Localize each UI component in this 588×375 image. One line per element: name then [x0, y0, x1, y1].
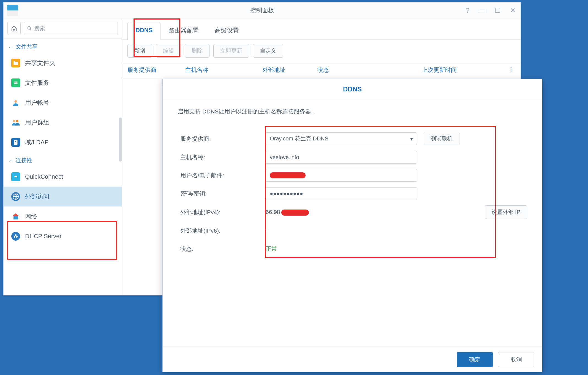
nav-label: 用户群组	[25, 118, 49, 127]
svg-point-12	[15, 234, 17, 236]
test-connection-button[interactable]: 测试联机	[424, 132, 459, 145]
dialog-title: DDNS	[163, 79, 542, 99]
sidebar-item-quickconnect[interactable]: QuickConnect	[4, 167, 122, 187]
scrollbar-thumb[interactable]	[119, 118, 122, 162]
sidebar-item-user[interactable]: 用户帐号	[4, 93, 122, 113]
search-input[interactable]	[34, 25, 115, 32]
sidebar: ︿ 文件共享 共享文件夹 文件服务 用户帐号	[4, 18, 122, 295]
hostname-input[interactable]	[266, 151, 417, 164]
password-input[interactable]	[266, 187, 417, 200]
nav-label: 域/LDAP	[25, 138, 49, 146]
col-external-addr[interactable]: 外部地址	[262, 66, 317, 74]
svg-point-0	[28, 26, 31, 29]
username-input[interactable]	[266, 169, 417, 182]
provider-value: Oray.com 花生壳 DDNS	[270, 135, 328, 142]
label-username: 用户名/电子邮件:	[178, 172, 266, 179]
nav-label: QuickConnect	[25, 173, 63, 180]
svg-point-10	[14, 236, 15, 238]
chevron-up-icon: ︿	[9, 158, 13, 163]
status-value: 正常	[266, 245, 417, 253]
sidebar-item-domain[interactable]: 域/LDAP	[4, 132, 122, 152]
label-password: 密码/密钥:	[178, 190, 266, 197]
domain-icon	[11, 138, 20, 147]
quickconnect-icon	[11, 172, 20, 181]
group-icon	[11, 118, 20, 127]
col-hostname[interactable]: 主机名称	[185, 66, 262, 74]
row-username: 用户名/电子邮件:	[178, 169, 527, 182]
ddns-dialog: DDNS 启用支持 DDNS让用户以注册的主机名称连接服务器。 服务提供商: O…	[162, 79, 542, 372]
dialog-footer: 确定 取消	[163, 347, 542, 372]
svg-point-3	[13, 120, 15, 122]
window-controls: ? — ☐ ✕	[464, 2, 518, 18]
col-provider[interactable]: 服务提供商	[127, 66, 185, 74]
cancel-button[interactable]: 取消	[498, 352, 534, 367]
col-status[interactable]: 状态	[317, 66, 422, 74]
maximize-button[interactable]: ☐	[492, 6, 503, 15]
folder-icon	[11, 59, 20, 67]
file-service-icon	[11, 78, 20, 87]
add-button[interactable]: 新增	[127, 44, 152, 58]
label-status: 状态:	[178, 245, 266, 253]
home-icon	[11, 25, 17, 31]
table-header: 服务提供商 主机名称 外部地址 状态 上次更新时间 ⋮	[122, 62, 521, 78]
tab-router[interactable]: 路由器配置	[160, 22, 207, 39]
close-button[interactable]: ✕	[508, 6, 518, 15]
sidebar-item-shared-folder[interactable]: 共享文件夹	[4, 53, 122, 73]
label-ipv4: 外部地址(IPv4):	[178, 208, 266, 216]
svg-rect-8	[13, 216, 18, 219]
dhcp-icon	[11, 232, 20, 241]
app-icon	[7, 5, 18, 16]
update-now-button: 立即更新	[213, 44, 249, 58]
row-ipv4: 外部地址(IPv4): 66.98 设置外部 IP	[178, 205, 527, 219]
nav-label: 网络	[25, 212, 37, 221]
svg-point-6	[15, 141, 16, 142]
section-label: 连接性	[16, 157, 32, 164]
tab-ddns[interactable]: DDNS	[127, 22, 160, 40]
svg-rect-5	[14, 140, 18, 145]
nav-label: DHCP Server	[25, 233, 62, 240]
section-label: 文件共享	[16, 43, 38, 50]
sidebar-item-external-access[interactable]: 外部访问	[4, 187, 122, 206]
custom-button[interactable]: 自定义	[253, 44, 283, 58]
provider-select[interactable]: Oray.com 花生壳 DDNS ▾	[266, 132, 417, 145]
tab-advanced[interactable]: 高级设置	[207, 22, 247, 39]
row-hostname: 主机名称:	[178, 151, 527, 164]
row-ipv6: 外部地址(IPv6): -	[178, 224, 527, 237]
window-title: 控制面板	[4, 6, 521, 15]
ok-button[interactable]: 确定	[457, 352, 493, 367]
section-connectivity[interactable]: ︿ 连接性	[4, 152, 122, 167]
section-file-sharing[interactable]: ︿ 文件共享	[4, 39, 122, 53]
chevron-down-icon: ▾	[410, 135, 413, 142]
delete-button: 删除	[185, 44, 209, 58]
nav-label: 外部访问	[25, 192, 49, 201]
titlebar: 控制面板 ? — ☐ ✕	[4, 2, 521, 18]
help-button[interactable]: ?	[464, 6, 472, 15]
svg-point-9	[13, 233, 19, 239]
chevron-up-icon: ︿	[9, 44, 13, 49]
col-last-updated[interactable]: 上次更新时间	[422, 66, 507, 74]
sidebar-item-network[interactable]: 网络	[4, 206, 122, 226]
nav-label: 文件服务	[25, 79, 49, 87]
nav-label: 用户帐号	[25, 99, 49, 107]
search-icon	[27, 26, 32, 31]
col-more-icon[interactable]: ⋮	[507, 66, 515, 74]
svg-point-2	[14, 100, 17, 103]
redacted-value	[281, 210, 309, 216]
svg-point-4	[16, 120, 18, 122]
ipv6-value: -	[266, 227, 417, 234]
search-box[interactable]	[24, 22, 118, 35]
row-password: 密码/密钥:	[178, 187, 527, 200]
home-button[interactable]	[7, 22, 21, 35]
row-provider: 服务提供商: Oray.com 花生壳 DDNS ▾ 测试联机	[178, 132, 527, 145]
sidebar-item-group[interactable]: 用户群组	[4, 113, 122, 132]
sidebar-item-dhcp[interactable]: DHCP Server	[4, 226, 122, 246]
globe-icon	[11, 192, 20, 201]
sidebar-item-file-services[interactable]: 文件服务	[4, 73, 122, 93]
edit-button: 编辑	[156, 44, 181, 58]
svg-point-11	[16, 236, 18, 238]
label-provider: 服务提供商:	[178, 135, 266, 143]
set-external-ip-button[interactable]: 设置外部 IP	[485, 205, 527, 219]
ddns-form: 服务提供商: Oray.com 花生壳 DDNS ▾ 测试联机 主机名称: 用户…	[178, 132, 527, 255]
minimize-button[interactable]: —	[477, 6, 488, 15]
user-icon	[11, 98, 20, 107]
